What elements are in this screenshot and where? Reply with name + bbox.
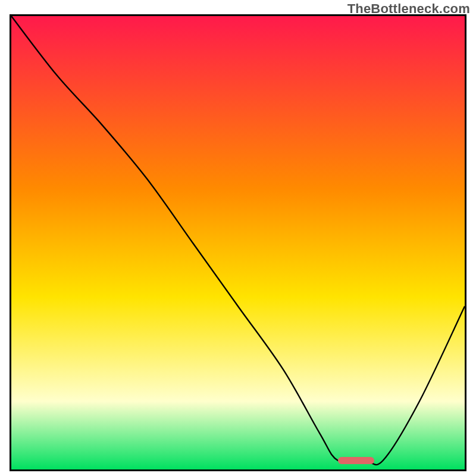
chart-wrapper: TheBottleneck.com [0,0,476,476]
chart-highlight-marker [338,457,374,464]
chart-plot-area [10,14,466,471]
chart-line-series [11,16,465,469]
